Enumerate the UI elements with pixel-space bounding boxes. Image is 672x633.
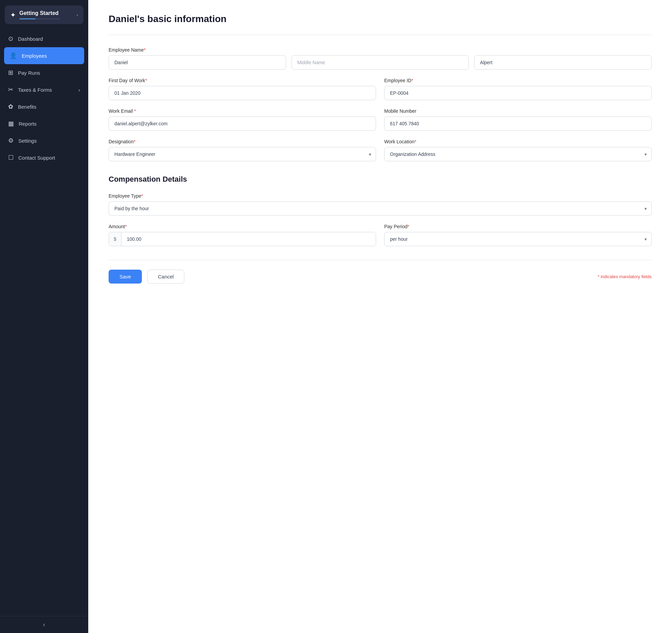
getting-started-label: Getting Started: [19, 10, 60, 16]
sidebar-item-label: Reports: [19, 121, 37, 127]
amount-input[interactable]: [122, 232, 376, 246]
mandatory-note: * indicates mandatory fields: [598, 274, 652, 279]
form-footer: Save Cancel * indicates mandatory fields: [109, 260, 652, 284]
employee-type-select-wrapper: Paid by the hour ▾: [109, 201, 652, 216]
getting-started-progress: [19, 18, 36, 19]
sidebar-item-label: Employees: [22, 53, 47, 59]
last-name-input[interactable]: [474, 55, 652, 70]
settings-icon: ⚙: [8, 137, 14, 144]
chevron-right-icon: ›: [76, 12, 78, 18]
sidebar-item-label: Benefits: [18, 104, 36, 110]
first-day-label: First Day of Work*: [109, 78, 376, 83]
mobile-number-group: Mobile Number: [384, 108, 652, 131]
employees-icon: 👤: [10, 52, 17, 59]
last-name-group: [474, 55, 652, 70]
sidebar-item-dashboard[interactable]: ⊙ Dashboard: [0, 30, 88, 47]
mobile-number-input[interactable]: [384, 116, 652, 131]
basic-info-section: Employee Name* First Day of Work*: [109, 47, 652, 161]
sidebar-item-employees[interactable]: 👤 Employees: [4, 47, 84, 64]
pay-period-select-wrapper: per hour ▾: [384, 232, 652, 246]
employee-name-label: Employee Name*: [109, 47, 652, 53]
first-day-group: First Day of Work*: [109, 78, 376, 100]
dollar-symbol: $: [109, 232, 122, 246]
sidebar: ✦ Getting Started › ⊙ Dashboard 👤 Employ…: [0, 0, 88, 633]
first-day-employee-id-row: First Day of Work* Employee ID*: [109, 78, 652, 100]
work-email-group: Work Email *: [109, 108, 376, 131]
mobile-number-label: Mobile Number: [384, 108, 652, 114]
required-star: *: [144, 47, 146, 53]
sidebar-item-reports[interactable]: ▦ Reports: [0, 115, 88, 132]
collapse-sidebar-button[interactable]: ‹: [43, 621, 45, 628]
designation-select-wrapper: Hardware Engineer ▾: [109, 147, 376, 161]
page-title: Daniel's basic information: [109, 14, 652, 24]
sidebar-item-contact-support[interactable]: ☐ Contact Support: [0, 149, 88, 166]
sidebar-nav: ⊙ Dashboard 👤 Employees ⊞ Pay Runs ✂ Tax…: [0, 28, 88, 616]
employee-id-input[interactable]: [384, 86, 652, 100]
compensation-section-title: Compensation Details: [109, 175, 652, 184]
employee-id-group: Employee ID*: [384, 78, 652, 100]
pay-period-label: Pay Period*: [384, 224, 652, 229]
designation-location-row: Designation* Hardware Engineer ▾ Work Lo…: [109, 139, 652, 161]
benefits-icon: ✿: [8, 103, 13, 110]
sidebar-collapse-area: ‹: [0, 616, 88, 633]
dashboard-icon: ⊙: [8, 35, 13, 42]
designation-group: Designation* Hardware Engineer ▾: [109, 139, 376, 161]
first-name-input[interactable]: [109, 55, 286, 70]
taxes-forms-icon: ✂: [8, 86, 13, 93]
amount-group: Amount* $: [109, 224, 376, 246]
pay-period-select[interactable]: per hour: [384, 232, 652, 246]
reports-icon: ▦: [8, 120, 14, 127]
pay-runs-icon: ⊞: [8, 69, 13, 76]
amount-pay-period-row: Amount* $ Pay Period* per hour ▾: [109, 224, 652, 246]
employee-type-group: Employee Type* Paid by the hour ▾: [109, 193, 652, 216]
work-email-mobile-row: Work Email * Mobile Number: [109, 108, 652, 131]
work-location-select[interactable]: Organization Address: [384, 147, 652, 161]
sidebar-item-taxes-forms[interactable]: ✂ Taxes & Forms ›: [0, 81, 88, 98]
main-content: Daniel's basic information Employee Name…: [88, 0, 672, 633]
sidebar-item-label: Contact Support: [18, 155, 55, 161]
work-location-label: Work Location*: [384, 139, 652, 144]
employee-type-select[interactable]: Paid by the hour: [109, 201, 652, 216]
compensation-section: Compensation Details Employee Type* Paid…: [109, 175, 652, 246]
sidebar-item-label: Dashboard: [18, 36, 43, 42]
middle-name-group: [292, 55, 469, 70]
work-email-label: Work Email *: [109, 108, 376, 114]
employee-type-label: Employee Type*: [109, 193, 652, 199]
sidebar-item-label: Settings: [18, 138, 37, 144]
name-row: [109, 55, 652, 70]
sidebar-item-pay-runs[interactable]: ⊞ Pay Runs: [0, 64, 88, 81]
getting-started-item[interactable]: ✦ Getting Started ›: [5, 5, 83, 24]
sidebar-item-label: Taxes & Forms: [18, 87, 52, 93]
sidebar-item-label: Pay Runs: [18, 70, 40, 76]
pay-period-group: Pay Period* per hour ▾: [384, 224, 652, 246]
employee-id-label: Employee ID*: [384, 78, 652, 83]
save-button[interactable]: Save: [109, 270, 142, 284]
first-day-input[interactable]: [109, 86, 376, 100]
designation-select[interactable]: Hardware Engineer: [109, 147, 376, 161]
amount-input-wrapper: $: [109, 232, 376, 246]
work-location-select-wrapper: Organization Address ▾: [384, 147, 652, 161]
amount-label: Amount*: [109, 224, 376, 229]
work-email-input[interactable]: [109, 116, 376, 131]
first-name-group: [109, 55, 286, 70]
sidebar-item-benefits[interactable]: ✿ Benefits: [0, 98, 88, 115]
work-location-group: Work Location* Organization Address ▾: [384, 139, 652, 161]
chevron-right-icon: ›: [78, 87, 80, 93]
cancel-button[interactable]: Cancel: [147, 270, 184, 284]
middle-name-input[interactable]: [292, 55, 469, 70]
employee-name-group: Employee Name*: [109, 47, 652, 70]
contact-support-icon: ☐: [8, 154, 14, 161]
designation-label: Designation*: [109, 139, 376, 144]
sidebar-item-settings[interactable]: ⚙ Settings: [0, 132, 88, 149]
divider: [109, 35, 652, 35]
star-icon: ✦: [10, 11, 16, 19]
